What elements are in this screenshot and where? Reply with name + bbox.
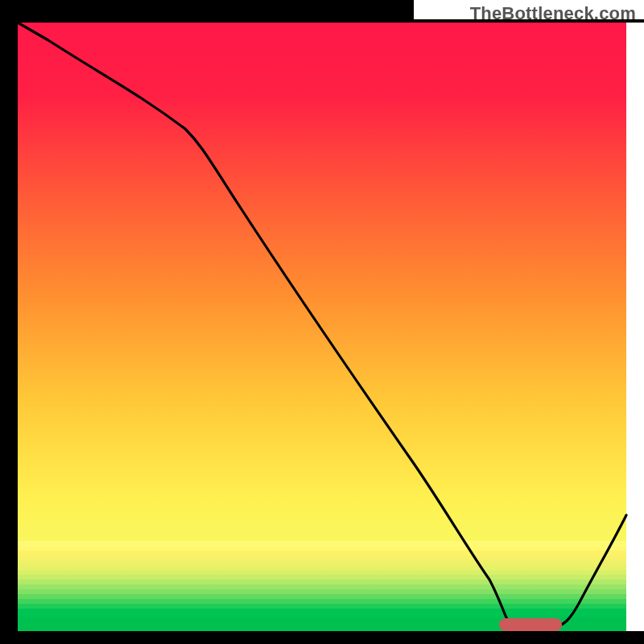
svg-rect-18 bbox=[0, 631, 644, 644]
svg-rect-14 bbox=[18, 609, 626, 617]
svg-rect-10 bbox=[18, 589, 626, 594]
lower-transition-bands bbox=[18, 541, 626, 631]
svg-rect-6 bbox=[18, 570, 626, 575]
svg-rect-16 bbox=[0, 0, 18, 644]
svg-rect-7 bbox=[18, 575, 626, 580]
chart-svg bbox=[0, 0, 644, 644]
svg-rect-3 bbox=[18, 555, 626, 560]
svg-rect-11 bbox=[18, 594, 626, 599]
svg-rect-9 bbox=[18, 584, 626, 589]
svg-rect-2 bbox=[18, 551, 626, 555]
plot-gradient-background bbox=[18, 23, 626, 631]
svg-rect-1 bbox=[18, 546, 626, 551]
chart-container: TheBottleneck.com bbox=[0, 0, 644, 644]
svg-rect-5 bbox=[18, 565, 626, 570]
optimal-marker bbox=[499, 618, 562, 631]
watermark-text: TheBottleneck.com bbox=[470, 3, 636, 24]
svg-rect-8 bbox=[18, 580, 626, 584]
svg-rect-4 bbox=[18, 560, 626, 565]
svg-rect-0 bbox=[18, 541, 626, 546]
svg-rect-12 bbox=[18, 599, 626, 604]
svg-rect-13 bbox=[18, 604, 626, 609]
